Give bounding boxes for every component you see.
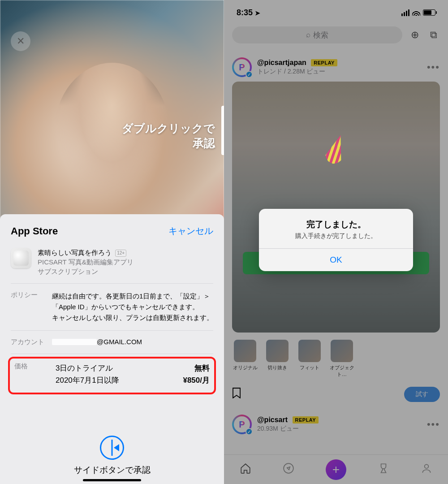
after-date-label: 2020年7月1日以降 <box>56 374 119 386</box>
trial-label: 3日のトライアル <box>56 362 113 374</box>
app-name: 素晴らしい写真を作ろう 12+ <box>38 248 134 257</box>
cancel-button[interactable]: キャンセル <box>168 225 213 237</box>
purchase-sheet: App Store キャンセル 素晴らしい写真を作ろう 12+ PICSART … <box>0 214 224 484</box>
approve-text: サイドボタンで承認 <box>0 464 224 476</box>
home-indicator <box>83 479 141 481</box>
double-click-line2: 承認 <box>122 136 215 151</box>
app-name-text: 素晴らしい写真を作ろう <box>38 249 112 256</box>
price-highlight-box: 価格 3日のトライアル 無料 2020年7月1日以降 ¥850/月 <box>8 357 216 394</box>
double-click-prompt: ダブルクリックで 承認 <box>122 121 215 151</box>
completion-alert: 完了しました。 購入手続きが完了しました。 OK <box>259 209 413 271</box>
sheet-title: App Store <box>11 225 58 237</box>
divider <box>11 354 213 354</box>
account-value: @GMAIL.COM <box>52 338 142 346</box>
trial-value: 無料 <box>194 362 210 374</box>
side-button-icon <box>100 436 124 460</box>
double-click-line1: ダブルクリックで <box>122 121 215 136</box>
app-publisher: PICSART 写真&動画編集アプリ <box>38 257 134 267</box>
alert-ok-button[interactable]: OK <box>259 249 413 271</box>
account-label: アカウント <box>11 338 46 346</box>
account-domain: @GMAIL.COM <box>97 338 142 346</box>
price-label: 価格 <box>14 362 49 386</box>
policy-body: 継続は自由です。各更新日の1日前まで、「設定」＞「Apple ID」からいつでも… <box>52 291 213 323</box>
app-icon <box>11 248 31 268</box>
alert-title: 完了しました。 <box>267 219 405 230</box>
alert-message: 購入手続きが完了しました。 <box>267 232 405 240</box>
account-masked <box>52 339 97 345</box>
close-icon: ✕ <box>17 35 25 47</box>
after-date-value: ¥850/月 <box>183 374 210 386</box>
app-type: サブスクリプション <box>38 267 134 276</box>
policy-label: ポリシー <box>11 291 46 323</box>
age-badge: 12+ <box>115 250 126 257</box>
close-button[interactable]: ✕ <box>11 31 30 51</box>
